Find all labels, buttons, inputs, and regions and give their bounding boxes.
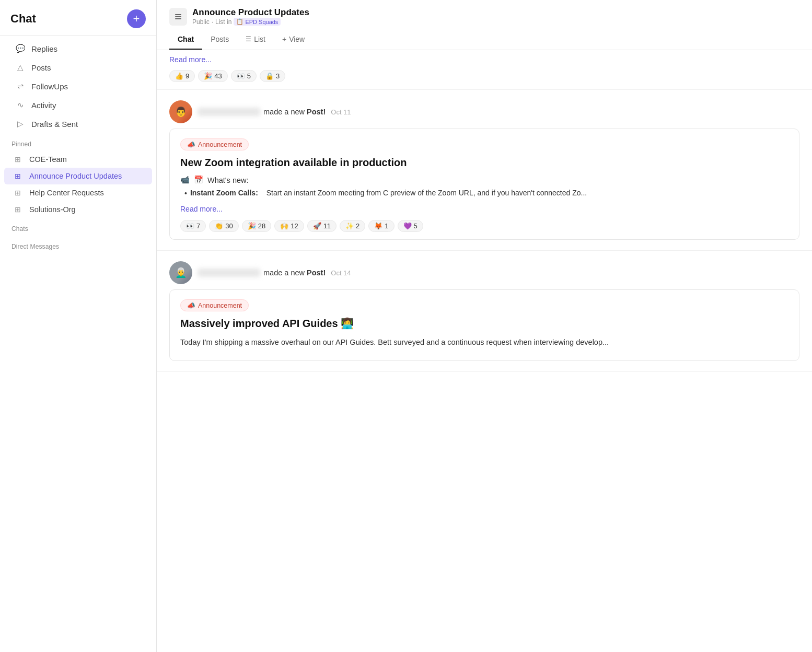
- reaction-eyes-1[interactable]: 👀7: [180, 220, 206, 232]
- meta-date-2: Oct 14: [331, 269, 351, 277]
- reaction-fox-1[interactable]: 🦊1: [368, 220, 394, 232]
- post-intro-1: 📹 📅 What's new:: [180, 176, 788, 184]
- workspace-emoji: 📋: [236, 18, 243, 25]
- sidebar-title: Chat: [10, 12, 36, 26]
- user-name-blurred-1: [198, 108, 260, 116]
- announcement-badge-2: 📣 Announcement: [180, 299, 249, 311]
- meta-text-1: made a new Post! Oct 11: [198, 108, 351, 116]
- channel-label: COE-Team: [29, 155, 67, 164]
- reaction-emoji: 👀: [237, 72, 245, 80]
- dot-separator: ·: [212, 18, 213, 26]
- sidebar-item-label: Replies: [31, 44, 57, 53]
- sidebar-item-solutions-org[interactable]: ⊞ Solutions-Org: [4, 201, 152, 218]
- channel-name: Announce Product Updates: [192, 7, 309, 18]
- reaction-clap-1[interactable]: 👏30: [209, 220, 238, 232]
- reaction-sparkle-1[interactable]: ✨2: [340, 220, 365, 232]
- sidebar-item-label: Activity: [31, 101, 56, 110]
- sidebar-divider: [0, 36, 156, 36]
- announcement-label-2: Announcement: [198, 302, 242, 309]
- channel-label: Help Center Requests: [29, 189, 104, 197]
- sidebar-item-announce-product-updates[interactable]: ⊞ Announce Product Updates: [4, 168, 152, 184]
- post-card-1: 📣 Announcement New Zoom integration avai…: [169, 129, 799, 240]
- sidebar-item-coe-team[interactable]: ⊞ COE-Team: [4, 151, 152, 168]
- svg-rect-2: [175, 18, 181, 19]
- read-more-link-1[interactable]: Read more...: [180, 205, 223, 213]
- top-partial-message: Read more... 👍 9 🎉 43 👀 5 🔒 3: [157, 50, 812, 90]
- drafts-icon: ▷: [16, 119, 25, 129]
- add-button[interactable]: +: [127, 9, 146, 28]
- message-meta-1: 👨 made a new Post! Oct 11: [169, 100, 799, 123]
- sidebar-item-posts[interactable]: △ Posts: [4, 58, 152, 77]
- meta-action-2: made a new Post!: [263, 269, 326, 277]
- top-read-more-link[interactable]: Read more...: [169, 55, 799, 64]
- user-name-blurred-2: [198, 269, 260, 277]
- meta-text-2: made a new Post! Oct 14: [198, 269, 351, 277]
- sidebar-nav: 💬 Replies △ Posts ⇌ FollowUps ∿ Activity…: [0, 39, 156, 133]
- rc: 28: [258, 222, 265, 230]
- rc: 5: [414, 222, 417, 230]
- rc: 1: [385, 222, 388, 230]
- reaction-thumbsup[interactable]: 👍 9: [169, 70, 195, 82]
- post-title-2: Massively improved API Guides 👩‍💻: [180, 317, 788, 330]
- plus-tab-icon: +: [282, 35, 286, 43]
- sidebar: Chat + 💬 Replies △ Posts ⇌ FollowUps ∿ A…: [0, 0, 157, 652]
- channel-hash-icon: ⊞: [15, 189, 24, 197]
- sidebar-item-label: Posts: [31, 63, 51, 72]
- reaction-count: 43: [214, 72, 222, 80]
- followups-icon: ⇌: [16, 82, 25, 91]
- top-reactions: 👍 9 🎉 43 👀 5 🔒 3: [169, 70, 799, 82]
- workspace-badge: 📋 EPD Squads: [234, 18, 281, 26]
- sidebar-header: Chat +: [0, 0, 156, 36]
- post-title-1: New Zoom integration available in produc…: [180, 156, 788, 169]
- reaction-count: 9: [185, 72, 189, 80]
- channel-hash-icon: ⊞: [15, 205, 24, 214]
- sidebar-item-drafts[interactable]: ▷ Drafts & Sent: [4, 114, 152, 133]
- sidebar-item-replies[interactable]: 💬 Replies: [4, 39, 152, 58]
- list-in-label: List in: [215, 18, 231, 26]
- meta-action-1: made a new Post!: [263, 108, 326, 116]
- rc: 30: [225, 222, 233, 230]
- channel-list-icon-button[interactable]: [169, 8, 187, 26]
- tabs: Chat Posts ☰ List + View: [169, 30, 799, 50]
- channel-label: Announce Product Updates: [29, 172, 122, 180]
- list-icon: [174, 13, 182, 21]
- main-header: Announce Product Updates Public · List i…: [157, 0, 812, 50]
- channel-meta: Public · List in 📋 EPD Squads: [192, 18, 309, 26]
- message-feed: Read more... 👍 9 🎉 43 👀 5 🔒 3: [157, 50, 812, 652]
- replies-icon: 💬: [16, 44, 25, 53]
- sidebar-item-help-center[interactable]: ⊞ Help Center Requests: [4, 184, 152, 201]
- tab-posts[interactable]: Posts: [202, 30, 237, 50]
- reaction-heart-1[interactable]: 💜5: [398, 220, 423, 232]
- body-rest: Start an instant Zoom meeting from C pre…: [266, 189, 587, 197]
- intro-emoji2: 📅: [194, 176, 203, 184]
- sidebar-item-activity[interactable]: ∿ Activity: [4, 96, 152, 114]
- tab-chat[interactable]: Chat: [169, 30, 202, 50]
- reaction-lock[interactable]: 🔒 3: [260, 70, 285, 82]
- svg-rect-0: [175, 14, 181, 15]
- reaction-eyes[interactable]: 👀 5: [231, 70, 257, 82]
- announcement-badge-1: 📣 Announcement: [180, 138, 249, 150]
- tab-view[interactable]: + View: [274, 30, 313, 50]
- reaction-emoji: 🎉: [204, 72, 212, 80]
- activity-icon: ∿: [16, 100, 25, 110]
- direct-messages-section-label: Direct Messages: [0, 236, 156, 253]
- reaction-party[interactable]: 🎉 43: [198, 70, 227, 82]
- posts-icon: △: [16, 63, 25, 72]
- body-bold: Instant Zoom Calls:: [190, 189, 258, 197]
- pinned-section-label: Pinned: [0, 133, 156, 151]
- reaction-party-1[interactable]: 🎉28: [242, 220, 271, 232]
- reaction-emoji: 🔒: [265, 72, 274, 80]
- reaction-count: 5: [247, 72, 251, 80]
- channel-header-info: Announce Product Updates Public · List i…: [192, 7, 309, 26]
- chats-section-label: Chats: [0, 218, 156, 236]
- rc: 12: [291, 222, 298, 230]
- announcement-icon-2: 📣: [187, 301, 195, 309]
- message-block-1: 👨 made a new Post! Oct 11 📣 Announcement…: [157, 90, 812, 251]
- tab-list[interactable]: ☰ List: [237, 30, 274, 50]
- reaction-emoji: 👍: [175, 72, 183, 80]
- intro-emoji1: 📹: [180, 176, 190, 184]
- reaction-rocket-1[interactable]: 🚀11: [307, 220, 337, 232]
- rc: 11: [323, 222, 331, 230]
- sidebar-item-followups[interactable]: ⇌ FollowUps: [4, 77, 152, 96]
- reaction-hands-1[interactable]: 🙌12: [274, 220, 304, 232]
